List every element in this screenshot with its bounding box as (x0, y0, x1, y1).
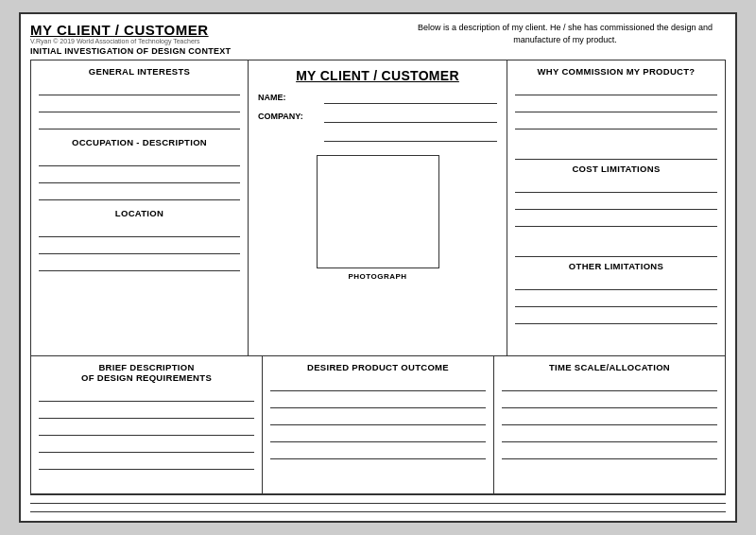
line[interactable] (515, 277, 717, 290)
bottom-col-1: BRIEF DESCRIPTION OF DESIGN REQUIREMENTS (31, 356, 263, 493)
name-label: NAME: (258, 93, 324, 102)
line[interactable] (39, 440, 254, 453)
company-label: COMPANY: (258, 112, 324, 121)
line[interactable] (39, 388, 254, 402)
photo-label: PHOTOGRAPH (348, 272, 406, 281)
name-field-row: NAME: (258, 91, 497, 104)
right-divider-1 (515, 159, 717, 160)
copyright-text: V.Ryan © 2019 World Association of Techn… (30, 38, 231, 44)
brief-desc-lines (39, 388, 254, 470)
line[interactable] (270, 395, 486, 408)
general-interests-lines (39, 82, 240, 129)
cost-limitations-section: COST LIMITATIONS (515, 164, 717, 252)
cost-limitations-label: COST LIMITATIONS (515, 164, 717, 174)
subtitle: INITIAL INVESTIGATION OF DESIGN CONTEXT (30, 46, 231, 56)
center-title: MY CLIENT / CUSTOMER (296, 68, 459, 83)
why-commission-section: WHY COMMISSION MY PRODUCT? (515, 66, 717, 155)
location-label: LOCATION (39, 208, 240, 218)
header: MY CLIENT / CUSTOMER V.Ryan © 2019 World… (30, 22, 726, 56)
other-limitations-label: OTHER LIMITATIONS (515, 261, 717, 271)
company-input-line[interactable] (324, 110, 497, 123)
line[interactable] (515, 99, 717, 112)
footer-line-1 (30, 498, 726, 504)
other-limitations-section: OTHER LIMITATIONS (515, 261, 717, 350)
line[interactable] (39, 187, 240, 200)
top-section: GENERAL INTERESTS OCCUPATION - DESCRIPTI… (31, 60, 725, 356)
line[interactable] (270, 378, 486, 391)
cost-limitations-lines (515, 180, 717, 227)
line[interactable] (515, 311, 717, 324)
line[interactable] (502, 429, 717, 442)
line[interactable] (515, 197, 717, 210)
line[interactable] (515, 116, 717, 129)
line[interactable] (515, 214, 717, 227)
general-interests-label: GENERAL INTERESTS (39, 66, 240, 77)
left-column: GENERAL INTERESTS OCCUPATION - DESCRIPTI… (31, 60, 249, 355)
bottom-section: BRIEF DESCRIPTION OF DESIGN REQUIREMENTS… (31, 356, 725, 493)
line[interactable] (270, 446, 486, 459)
occupation-label: OCCUPATION - DESCRIPTION (39, 137, 240, 147)
extra-field-row (258, 129, 497, 142)
bottom-col-3: TIME SCALE/ALLOCATION (494, 356, 725, 493)
name-input-line[interactable] (324, 91, 497, 104)
desired-product-lines (270, 378, 486, 459)
right-column: WHY COMMISSION MY PRODUCT? COST LIMITATI… (507, 60, 725, 355)
right-divider-2 (515, 256, 717, 257)
bottom-col-2: DESIRED PRODUCT OUTCOME (263, 356, 494, 493)
page: MY CLIENT / CUSTOMER V.Ryan © 2019 World… (19, 12, 737, 523)
header-description: Below is a description of my client. He … (404, 22, 726, 45)
footer-line-2 (30, 507, 726, 512)
other-limitations-lines (515, 277, 717, 324)
line[interactable] (39, 258, 240, 271)
center-column: MY CLIENT / CUSTOMER NAME: COMPANY: PHOT… (249, 60, 507, 355)
footer (30, 494, 726, 515)
line[interactable] (270, 412, 486, 425)
line[interactable] (39, 153, 240, 166)
line[interactable] (39, 423, 254, 436)
line[interactable] (502, 395, 717, 408)
why-commission-label: WHY COMMISSION MY PRODUCT? (515, 66, 717, 77)
brief-description-label: BRIEF DESCRIPTION OF DESIGN REQUIREMENTS (39, 362, 254, 383)
photo-box (317, 155, 439, 268)
line[interactable] (39, 406, 254, 419)
line[interactable] (39, 457, 254, 470)
header-left: MY CLIENT / CUSTOMER V.Ryan © 2019 World… (30, 22, 231, 56)
time-scale-lines (502, 378, 717, 459)
line[interactable] (39, 224, 240, 237)
line[interactable] (515, 82, 717, 95)
company-field-row: COMPANY: (258, 110, 497, 123)
main-content: GENERAL INTERESTS OCCUPATION - DESCRIPTI… (30, 60, 726, 494)
time-scale-label: TIME SCALE/ALLOCATION (502, 362, 717, 372)
location-lines (39, 224, 240, 271)
page-title: MY CLIENT / CUSTOMER (30, 22, 231, 38)
desired-product-label: DESIRED PRODUCT OUTCOME (270, 362, 486, 372)
line[interactable] (39, 99, 240, 112)
line[interactable] (502, 446, 717, 459)
line[interactable] (39, 241, 240, 254)
line[interactable] (502, 378, 717, 391)
why-commission-lines (515, 82, 717, 129)
extra-line[interactable] (324, 129, 497, 142)
line[interactable] (270, 429, 486, 442)
line[interactable] (515, 180, 717, 193)
line[interactable] (515, 294, 717, 307)
line[interactable] (502, 412, 717, 425)
line[interactable] (39, 116, 240, 129)
occupation-lines (39, 153, 240, 200)
line[interactable] (39, 170, 240, 183)
line[interactable] (39, 82, 240, 95)
